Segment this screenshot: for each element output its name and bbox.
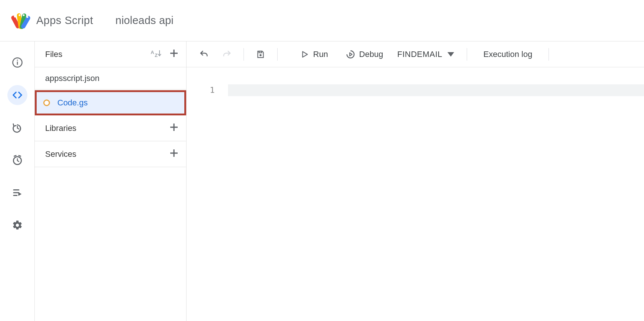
- add-file-icon[interactable]: [168, 48, 180, 61]
- services-section: Services: [35, 141, 186, 167]
- left-rail: [0, 41, 35, 321]
- svg-line-12: [17, 128, 19, 129]
- files-title: Files: [45, 50, 62, 59]
- file-name: Code.gs: [57, 98, 88, 108]
- services-label: Services: [45, 149, 76, 159]
- svg-text:A: A: [151, 50, 154, 55]
- svg-marker-33: [303, 51, 308, 57]
- code-editor[interactable]: 1: [187, 67, 644, 321]
- svg-point-5: [19, 14, 20, 16]
- run-label: Run: [313, 50, 328, 59]
- svg-marker-35: [350, 53, 352, 56]
- files-panel: Files AZ appsscript.json Code.gs Librari…: [35, 41, 187, 321]
- run-button[interactable]: Run: [296, 47, 332, 61]
- separator: [549, 48, 549, 61]
- nav-overview[interactable]: [7, 53, 27, 72]
- svg-marker-21: [18, 192, 21, 196]
- svg-point-4: [14, 16, 16, 17]
- file-appsscript-json[interactable]: appsscript.json: [35, 67, 186, 89]
- nav-editor[interactable]: [7, 85, 27, 105]
- svg-rect-10: [17, 60, 18, 61]
- svg-text:Z: Z: [155, 53, 158, 58]
- brand-text: Apps Script: [36, 14, 93, 27]
- apps-script-logo: [9, 10, 31, 32]
- line-gutter: 1: [203, 84, 218, 321]
- svg-line-17: [19, 156, 20, 156]
- play-icon: [300, 50, 309, 59]
- svg-point-7: [27, 16, 28, 18]
- svg-rect-32: [259, 51, 262, 53]
- nav-triggers[interactable]: [7, 150, 27, 170]
- svg-line-15: [17, 160, 19, 162]
- unsaved-indicator-icon: [43, 99, 50, 106]
- project-name[interactable]: nioleads api: [115, 14, 174, 27]
- separator: [244, 48, 244, 61]
- app-header: Apps Script nioleads api: [0, 0, 644, 41]
- debug-label: Debug: [359, 50, 383, 59]
- libraries-label: Libraries: [45, 124, 76, 133]
- file-name: appsscript.json: [45, 74, 100, 83]
- add-service-icon[interactable]: [168, 148, 180, 161]
- files-header: Files AZ: [35, 41, 186, 67]
- nav-executions[interactable]: [7, 118, 27, 138]
- line-number: 1: [203, 84, 215, 96]
- redo-button[interactable]: [218, 47, 235, 61]
- undo-button[interactable]: [195, 47, 212, 61]
- chevron-down-icon: [447, 52, 454, 57]
- debug-icon: [346, 50, 355, 59]
- libraries-section: Libraries: [35, 115, 186, 141]
- nav-deployments[interactable]: [7, 183, 27, 203]
- debug-button[interactable]: Debug: [342, 47, 387, 61]
- save-button[interactable]: [252, 47, 269, 61]
- separator: [277, 48, 278, 61]
- execution-log-label: Execution log: [483, 50, 532, 59]
- function-dropdown[interactable]: FINDEMAIL: [397, 50, 454, 59]
- svg-point-31: [259, 54, 261, 56]
- nav-settings[interactable]: [7, 215, 27, 235]
- current-line-highlight: [228, 84, 644, 96]
- svg-line-16: [14, 156, 16, 156]
- file-code-gs[interactable]: Code.gs: [35, 90, 186, 115]
- execution-log-button[interactable]: Execution log: [480, 47, 536, 61]
- svg-rect-9: [17, 62, 18, 65]
- svg-point-6: [23, 14, 25, 16]
- editor-area: Run Debug FINDEMAIL Execution log 1: [187, 41, 644, 321]
- sort-az-icon[interactable]: AZ: [151, 48, 162, 61]
- editor-toolbar: Run Debug FINDEMAIL Execution log: [187, 41, 644, 67]
- app-body: Files AZ appsscript.json Code.gs Librari…: [0, 41, 644, 321]
- function-selected: FINDEMAIL: [397, 50, 442, 59]
- separator: [467, 48, 467, 61]
- add-library-icon[interactable]: [168, 122, 180, 135]
